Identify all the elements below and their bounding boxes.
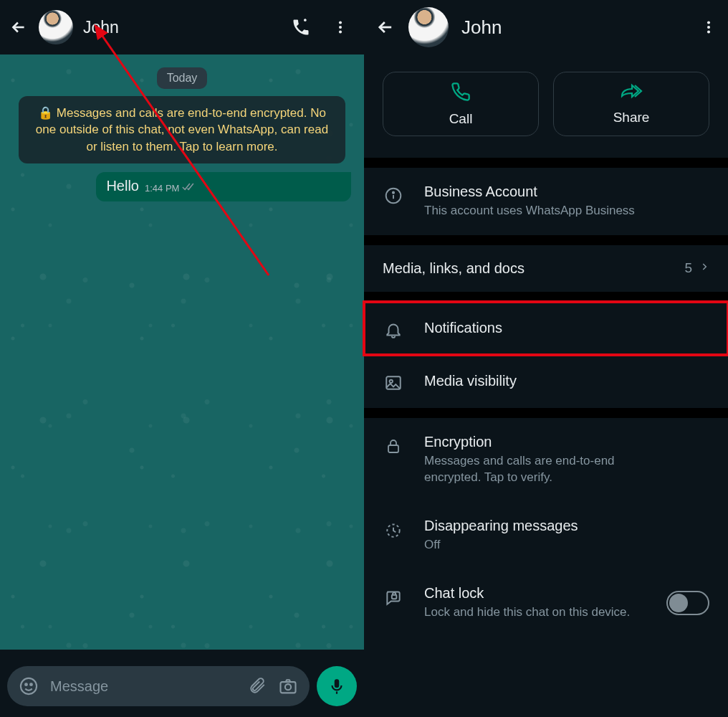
svg-rect-8 [335,679,340,688]
svg-point-1 [339,26,342,29]
chat-header: John [0,0,364,54]
chat-lock-icon [383,588,404,607]
chat-lock-row[interactable]: Chat lock Lock and hide this chat on thi… [364,569,728,637]
microphone-button[interactable] [317,666,357,706]
encryption-subtitle: Messages and calls are end-to-end encryp… [424,453,668,486]
media-visibility-title: Media visibility [424,373,709,389]
svg-point-10 [707,22,710,24]
contact-name[interactable]: John [83,18,281,37]
input-bar: Message [7,665,357,707]
share-label: Share [613,110,650,125]
svg-point-15 [393,192,394,194]
message-input[interactable]: Message [7,666,310,706]
emoji-icon[interactable] [19,676,39,696]
call-button[interactable]: Call [383,72,539,136]
media-visibility-row[interactable]: Media visibility [364,355,728,408]
read-ticks-icon [182,182,196,194]
contact-info-screen: John Call Share Business Account This ac… [364,0,728,717]
svg-point-12 [707,30,710,33]
info-icon [383,186,404,205]
media-links-docs-row[interactable]: Media, links, and docs 5 [364,245,728,292]
svg-point-17 [390,380,393,383]
image-icon [383,374,404,392]
disappearing-messages-title: Disappearing messages [424,518,709,534]
more-options-icon[interactable] [701,18,717,37]
contact-avatar[interactable] [408,7,449,47]
svg-point-7 [285,684,291,690]
timer-icon [383,521,404,539]
encryption-notice[interactable]: 🔒 Messages and calls are end-to-end encr… [19,96,345,163]
svg-point-4 [25,683,27,685]
svg-point-5 [30,683,32,685]
attachment-icon[interactable] [248,677,267,695]
chat-screen: John Today 🔒 Messages and calls are end-… [0,0,364,717]
svg-point-3 [21,678,37,694]
svg-rect-20 [392,595,397,599]
input-placeholder: Message [50,678,236,695]
bell-icon [383,320,404,339]
chat-body[interactable]: Today 🔒 Messages and calls are end-to-en… [0,54,364,650]
message-meta: 1:44 PM [145,182,196,194]
toggle-knob [669,594,688,612]
call-share-row: Call Share [364,54,728,158]
contact-avatar[interactable] [39,10,73,44]
chat-lock-toggle[interactable] [666,591,709,615]
media-links-docs-title: Media, links, and docs [383,260,664,277]
camera-icon[interactable] [278,676,298,696]
chat-lock-subtitle: Lock and hide this chat on this device. [424,604,646,621]
share-forward-icon [619,83,643,104]
media-count: 5 [684,260,692,276]
svg-point-11 [707,26,710,29]
business-account-subtitle: This account uses WhatsApp Business [424,203,668,219]
section-divider [364,158,728,168]
disappearing-messages-row[interactable]: Disappearing messages Off [364,502,728,569]
header-actions [291,17,348,37]
lock-icon [383,437,404,455]
encryption-title: Encryption [424,434,709,450]
svg-rect-18 [388,445,398,452]
section-divider [364,235,728,245]
message-time: 1:44 PM [145,183,179,194]
share-button[interactable]: Share [553,72,709,136]
encryption-row[interactable]: Encryption Messages and calls are end-to… [364,418,728,502]
chevron-right-icon [699,260,709,277]
more-options-icon[interactable] [332,18,348,37]
date-label: Today [157,67,208,89]
business-account-row[interactable]: Business Account This account uses Whats… [364,168,728,235]
back-arrow-icon[interactable] [9,17,29,37]
call-add-icon[interactable] [291,17,311,37]
disappearing-messages-subtitle: Off [424,537,668,554]
section-divider [364,292,728,302]
notifications-title: Notifications [424,320,709,336]
notifications-row[interactable]: Notifications [364,302,728,355]
phone-icon [451,82,471,105]
business-account-title: Business Account [424,184,709,200]
outgoing-message[interactable]: Hello 1:44 PM [96,172,351,201]
back-arrow-icon[interactable] [375,17,396,37]
chat-lock-title: Chat lock [424,585,646,602]
svg-point-0 [339,22,342,24]
contact-info-header: John [364,0,728,54]
section-divider [364,408,728,418]
call-label: Call [449,111,473,127]
svg-point-2 [339,30,342,33]
contact-name[interactable]: John [461,16,688,39]
message-text: Hello [106,178,139,194]
